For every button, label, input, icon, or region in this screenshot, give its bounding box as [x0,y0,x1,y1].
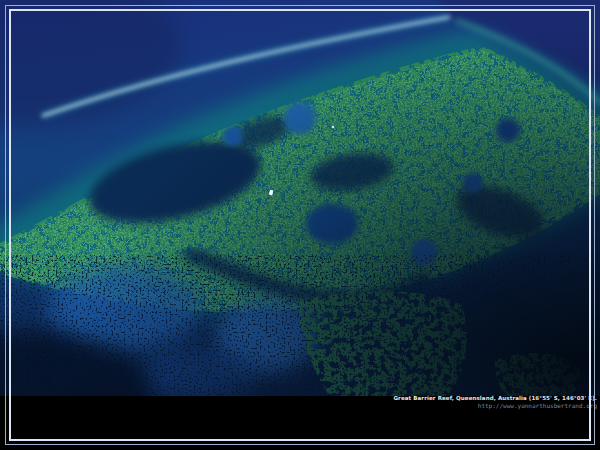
caption-url-text: http://www.yannarthusbertrand.org [393,402,597,409]
photo-caption: Great Barrier Reef, Queensland, Australi… [393,395,597,409]
desktop-wallpaper: Great Barrier Reef, Queensland, Australi… [0,0,600,450]
caption-location-text: Great Barrier Reef, Queensland, Australi… [393,395,597,402]
reef-photo [0,0,600,450]
